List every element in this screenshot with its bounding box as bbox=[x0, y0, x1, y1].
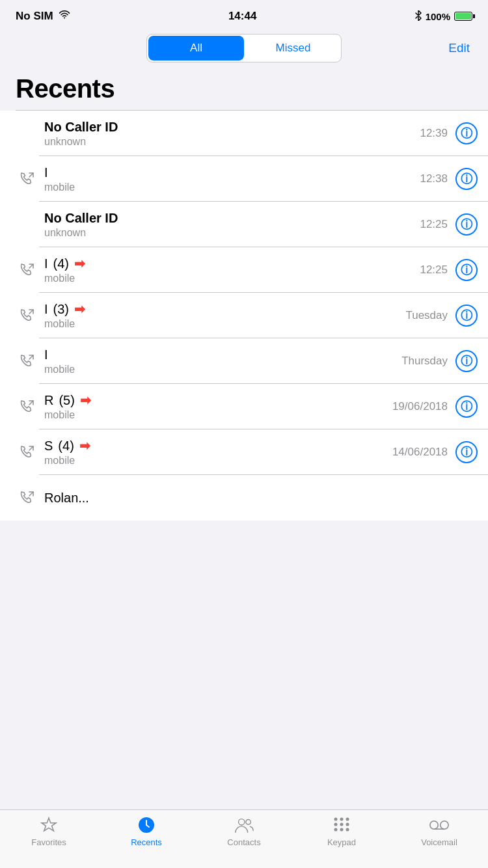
list-item[interactable]: No Caller IDunknown12:39ⓘ bbox=[0, 111, 488, 156]
wifi-icon bbox=[59, 10, 70, 23]
list-item[interactable]: I (4) ➡mobile12:25ⓘ bbox=[0, 247, 488, 293]
call-subtitle: mobile bbox=[44, 455, 392, 467]
phone-icon bbox=[16, 263, 39, 277]
status-bar: No SIM 14:44 100% bbox=[0, 0, 488, 29]
edit-button[interactable]: Edit bbox=[448, 41, 470, 55]
phone-icon bbox=[16, 172, 39, 186]
call-time: 12:25 bbox=[420, 218, 448, 231]
call-time: 19/06/2018 bbox=[392, 400, 448, 413]
call-name: I bbox=[44, 165, 420, 180]
call-time: Thursday bbox=[401, 355, 448, 368]
tab-keypad[interactable]: Keypad bbox=[293, 815, 390, 847]
page-title-section: Recents bbox=[0, 69, 488, 110]
battery-percentage: 100% bbox=[426, 11, 450, 22]
call-subtitle: mobile bbox=[44, 318, 405, 330]
call-info: I (3) ➡mobile bbox=[44, 301, 405, 330]
svg-point-7 bbox=[340, 823, 344, 826]
call-info: I (4) ➡mobile bbox=[44, 256, 420, 284]
tab-bar: Favorites Recents Contacts bbox=[0, 809, 488, 868]
tab-voicemail[interactable]: Voicemail bbox=[390, 815, 488, 847]
svg-point-13 bbox=[441, 821, 448, 829]
tab-recents[interactable]: Recents bbox=[98, 815, 195, 847]
battery-icon bbox=[454, 12, 472, 21]
svg-point-8 bbox=[346, 823, 349, 826]
call-subtitle: unknown bbox=[44, 136, 420, 148]
page-title: Recents bbox=[16, 74, 472, 103]
favorites-label: Favorites bbox=[31, 837, 66, 847]
info-button[interactable]: ⓘ bbox=[455, 305, 478, 327]
missed-arrow-icon: ➡ bbox=[79, 438, 90, 454]
call-info: Imobile bbox=[44, 165, 420, 193]
phone-icon bbox=[16, 354, 39, 368]
status-left: No SIM bbox=[16, 10, 70, 23]
svg-point-4 bbox=[340, 818, 344, 821]
list-item[interactable]: Imobile12:38ⓘ bbox=[0, 156, 488, 202]
call-subtitle: mobile bbox=[44, 364, 401, 375]
info-button[interactable]: ⓘ bbox=[455, 441, 478, 463]
info-button[interactable]: ⓘ bbox=[455, 213, 478, 236]
svg-point-3 bbox=[334, 818, 338, 821]
call-info: No Caller IDunknown bbox=[44, 211, 420, 239]
phone-icon bbox=[16, 400, 39, 414]
svg-point-9 bbox=[334, 828, 338, 832]
call-subtitle: mobile bbox=[44, 409, 392, 421]
list-item[interactable]: Rolan... bbox=[0, 475, 488, 521]
list-item[interactable]: ImobileThursdayⓘ bbox=[0, 338, 488, 384]
svg-point-1 bbox=[239, 819, 245, 825]
call-info: S (4) ➡mobile bbox=[44, 438, 392, 467]
svg-point-6 bbox=[334, 823, 338, 826]
voicemail-label: Voicemail bbox=[421, 837, 457, 847]
phone-icon bbox=[16, 445, 39, 459]
call-name: No Caller ID bbox=[44, 120, 420, 135]
svg-point-10 bbox=[340, 828, 344, 832]
missed-tab[interactable]: Missed bbox=[245, 34, 341, 62]
recents-icon bbox=[137, 815, 156, 835]
keypad-label: Keypad bbox=[327, 837, 356, 847]
keypad-icon bbox=[332, 815, 351, 835]
call-subtitle: mobile bbox=[44, 273, 420, 284]
list-item[interactable]: R (5) ➡mobile19/06/2018ⓘ bbox=[0, 384, 488, 429]
recents-label: Recents bbox=[131, 837, 162, 847]
call-name: R (5) ➡ bbox=[44, 392, 392, 408]
svg-point-11 bbox=[346, 828, 349, 832]
call-time: 12:38 bbox=[420, 172, 448, 185]
phone-outgoing-icon bbox=[16, 491, 39, 505]
info-button[interactable]: ⓘ bbox=[455, 259, 478, 281]
list-item[interactable]: No Caller IDunknown12:25ⓘ bbox=[0, 202, 488, 247]
all-tab[interactable]: All bbox=[148, 36, 244, 61]
tab-favorites[interactable]: Favorites bbox=[0, 815, 98, 847]
info-button[interactable]: ⓘ bbox=[455, 168, 478, 190]
call-name: I (3) ➡ bbox=[44, 301, 405, 317]
call-info: Imobile bbox=[44, 347, 401, 375]
list-item[interactable]: S (4) ➡mobile14/06/2018ⓘ bbox=[0, 429, 488, 475]
contacts-icon bbox=[234, 815, 254, 835]
call-time: 14/06/2018 bbox=[392, 446, 448, 459]
missed-arrow-icon: ➡ bbox=[74, 301, 85, 317]
call-subtitle: mobile bbox=[44, 182, 420, 193]
info-button[interactable]: ⓘ bbox=[455, 122, 478, 144]
info-button[interactable]: ⓘ bbox=[455, 396, 478, 418]
call-name: No Caller ID bbox=[44, 211, 420, 226]
status-time: 14:44 bbox=[228, 10, 256, 23]
svg-point-2 bbox=[246, 820, 251, 825]
info-button[interactable]: ⓘ bbox=[455, 350, 478, 372]
call-time: 12:25 bbox=[420, 264, 448, 277]
list-item[interactable]: I (3) ➡mobileTuesdayⓘ bbox=[0, 293, 488, 338]
voicemail-icon bbox=[429, 815, 449, 835]
call-list: No Caller IDunknown12:39ⓘ Imobile12:38ⓘN… bbox=[0, 111, 488, 521]
call-info: R (5) ➡mobile bbox=[44, 392, 392, 421]
status-right: 100% bbox=[415, 10, 472, 23]
phone-icon bbox=[16, 308, 39, 323]
missed-arrow-icon: ➡ bbox=[74, 256, 85, 271]
tab-contacts[interactable]: Contacts bbox=[195, 815, 293, 847]
segment-control[interactable]: All Missed bbox=[146, 34, 342, 62]
call-time: Tuesday bbox=[405, 309, 448, 322]
svg-point-12 bbox=[430, 821, 438, 829]
bluetooth-icon bbox=[415, 10, 422, 23]
call-name: I (4) ➡ bbox=[44, 256, 420, 271]
call-time: 12:39 bbox=[420, 127, 448, 140]
filter-bar: All Missed Edit bbox=[0, 29, 488, 69]
missed-arrow-icon: ➡ bbox=[80, 392, 91, 408]
carrier-text: No SIM bbox=[16, 10, 53, 23]
svg-point-5 bbox=[346, 818, 349, 821]
